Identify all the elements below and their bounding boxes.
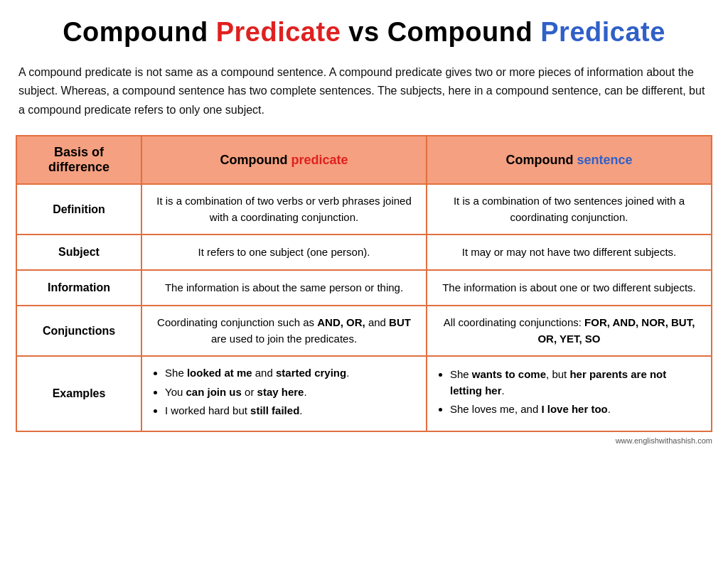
basis-conjunctions: Conjunctions [16, 306, 141, 356]
predicate-subject: It refers to one subject (one person). [141, 235, 427, 270]
basis-subject: Subject [16, 235, 141, 270]
row-conjunctions: Conjunctions Coordinating conjunction su… [16, 306, 712, 356]
basis-information: Information [16, 270, 141, 306]
sentence-definition: It is a combination of two sentences joi… [427, 184, 712, 235]
predicate-conjunctions: Coordinating conjunction such as AND, OR… [141, 306, 427, 356]
predicate-example-1: She looked at me and started crying. [165, 365, 416, 382]
sentence-information: The information is about one or two diff… [427, 270, 712, 306]
sentence-examples: She wants to come, but her parents are n… [427, 356, 712, 431]
sentence-subject: It may or may not have two different sub… [427, 235, 712, 270]
title-word1: Predicate [216, 17, 341, 47]
sentence-example-1: She wants to come, but her parents are n… [450, 367, 701, 399]
title-section: Compound Predicate vs Compound Predicate [16, 17, 712, 48]
page-title: Compound Predicate vs Compound Predicate [16, 17, 712, 48]
row-subject: Subject It refers to one subject (one pe… [16, 235, 712, 270]
header-compound-sentence: Compound sentence [427, 136, 712, 184]
sentence-example-2: She loves me, and I love her too. [450, 402, 701, 418]
row-information: Information The information is about the… [16, 270, 712, 306]
predicate-definition: It is a combination of two verbs or verb… [141, 184, 427, 235]
basis-definition: Definition [16, 184, 141, 235]
sentence-example-list: She wants to come, but her parents are n… [437, 367, 701, 418]
sentence-conjunctions: All coordinating conjunctions: FOR, AND,… [427, 306, 712, 356]
intro-paragraph: A compound predicate is not same as a co… [16, 63, 712, 119]
title-middle: vs Compound [341, 17, 540, 47]
predicate-examples: She looked at me and started crying. You… [141, 356, 427, 431]
header-basis: Basis of difference [16, 136, 141, 184]
comparison-table: Basis of difference Compound predicate C… [16, 135, 712, 432]
title-word2: Predicate [540, 17, 665, 47]
row-examples: Examples She looked at me and started cr… [16, 356, 712, 431]
predicate-information: The information is about the same person… [141, 270, 427, 306]
predicate-example-list: She looked at me and started crying. You… [152, 365, 416, 419]
header-compound-predicate: Compound predicate [141, 136, 427, 184]
basis-examples: Examples [16, 356, 141, 431]
predicate-example-3: I worked hard but still failed. [165, 403, 416, 419]
title-prefix: Compound [63, 17, 216, 47]
row-definition: Definition It is a combination of two ve… [16, 184, 712, 235]
watermark: www.englishwithashish.com [16, 436, 712, 445]
predicate-example-2: You can join us or stay here. [165, 384, 416, 401]
